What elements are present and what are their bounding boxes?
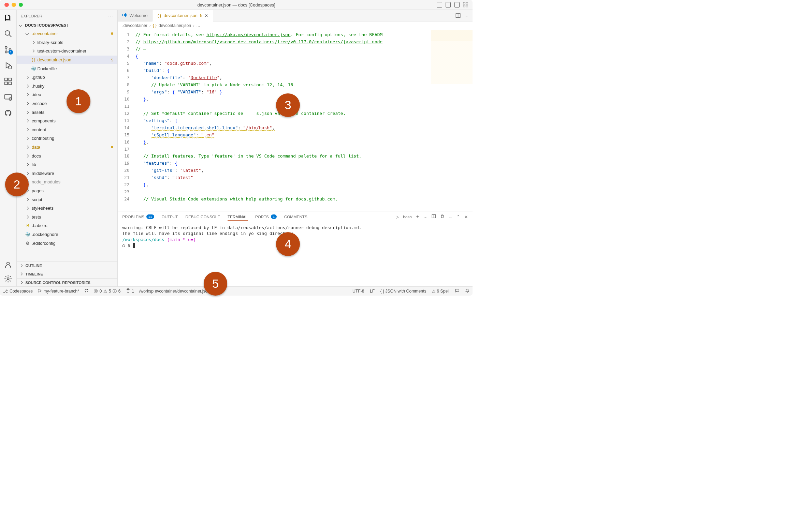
split-terminal-icon[interactable] [432,214,436,219]
file-path-status[interactable]: /worksp evcontainer/devcontainer.json [139,289,210,294]
sync-status[interactable] [84,288,89,294]
file-label: .babelrc [32,223,47,228]
line-numbers: 123456789101112131415161718192021222324 [118,30,135,211]
new-terminal-icon[interactable]: + [416,213,420,220]
layout-sidebar-right-icon[interactable] [454,2,460,7]
code-editor[interactable]: // For format details, see https://aka.m… [135,30,473,211]
breadcrumb-item[interactable]: .devcontainer [122,23,147,28]
file-tree-item[interactable]: ⚙.editorconfig [17,239,117,248]
close-tab-icon[interactable]: ✕ [205,13,208,18]
breadcrumb-item[interactable]: ... [197,23,200,28]
file-tree-item[interactable]: 🐳Dockerfile [17,64,117,73]
eol-status[interactable]: LF [370,289,375,294]
search-icon[interactable] [4,30,12,38]
encoding-status[interactable]: UTF-8 [352,289,364,294]
tab-modified-badge: 5 [200,13,202,18]
sidebar-panel-header[interactable]: TIMELINE [17,270,117,278]
editor-tab[interactable]: { }devcontainer.json5✕ [153,10,213,21]
file-tree-item[interactable]: components [17,117,117,125]
ports-tab[interactable]: PORTS 1 [255,214,277,219]
window-maximize-button[interactable] [19,3,23,7]
output-tab[interactable]: OUTPUT [162,214,178,219]
workspace-name: DOCS [CODESPACES] [25,23,68,27]
file-tree-item[interactable]: script [17,195,117,204]
account-icon[interactable] [4,261,12,269]
terminal-launch-icon[interactable]: ▷ [396,214,399,219]
maximize-panel-icon[interactable]: ⌃ [456,214,460,219]
github-icon[interactable] [4,109,12,117]
terminal-dropdown-icon[interactable]: ⌄ [424,214,427,219]
file-tree-item[interactable]: data [17,143,117,152]
workspace-header[interactable]: DOCS [CODESPACES] [17,22,117,29]
git-branch-status[interactable]: my-feature-branch* [38,289,79,294]
kill-terminal-icon[interactable] [440,214,445,219]
feedback-icon[interactable] [455,288,460,294]
source-control-icon[interactable]: 1 [4,46,12,54]
sidebar-panel-header[interactable]: SOURCE CONTROL REPOSITORIES [17,278,117,287]
radio-tower-icon [126,288,130,294]
diagnostics-status[interactable]: ⓧ0 ⚠5 ⓘ6 [94,288,121,294]
breadcrumb-item[interactable]: devcontainer.json [159,23,191,28]
file-tree-item[interactable]: pages [17,186,117,195]
problems-tab[interactable]: PROBLEMS 11 [122,214,154,219]
language-status[interactable]: { } JSON with Comments [380,289,426,294]
file-tree-item[interactable]: .husky [17,82,117,91]
notifications-icon[interactable] [465,288,469,294]
terminal-tab[interactable]: TERMINAL [228,214,248,220]
annotation-callout-2: 2 [5,173,29,196]
file-tree-item[interactable]: .devcontainer [17,29,117,38]
settings-gear-icon[interactable] [4,275,12,283]
remote-icon[interactable] [4,93,12,101]
file-label: middleware [32,171,54,176]
explorer-more-icon[interactable]: ··· [108,13,113,18]
explorer-icon[interactable] [4,14,12,22]
file-tree-item[interactable]: content [17,125,117,134]
comments-tab[interactable]: COMMENTS [284,214,307,219]
close-panel-icon[interactable]: ✕ [464,214,468,219]
file-tree-item[interactable]: contributing [17,134,117,143]
file-tree-item[interactable]: 🐳.dockerignore [17,230,117,239]
layout-sidebar-left-icon[interactable] [437,2,442,7]
terminal-output[interactable]: warning: CRLF will be replaced by LF in … [118,222,473,287]
breadcrumb[interactable]: .devcontainer › { } devcontainer.json › … [118,21,473,30]
editor-tab-bar: Welcome{ }devcontainer.json5✕ ··· [118,10,473,21]
svg-rect-3 [466,5,468,7]
terminal-shell-label[interactable]: bash [403,214,412,219]
file-tree-item[interactable]: node_modules [17,178,117,186]
file-tree-item[interactable]: test-custom-devcontainer [17,47,117,56]
file-tree-item[interactable]: { }devcontainer.json5 [17,56,117,64]
debug-icon[interactable] [4,61,12,69]
file-tree-item[interactable]: docs [17,151,117,160]
file-tree-item[interactable]: library-scripts [17,38,117,47]
svg-rect-2 [463,5,465,7]
port-forward-status[interactable]: 1 [126,288,134,294]
extensions-icon[interactable] [4,77,12,85]
codespaces-status[interactable]: ⎇ Codespaces [3,289,33,294]
file-tree-item[interactable]: B.babelrc [17,221,117,230]
layout-panel-icon[interactable] [446,2,451,7]
tab-more-icon[interactable]: ··· [464,13,469,18]
minimap[interactable] [431,30,473,211]
svg-point-7 [5,51,7,53]
spell-status[interactable]: ⚠ 6 Spell [432,289,450,294]
file-tree-item[interactable]: .github [17,73,117,82]
file-label: contributing [32,136,54,141]
file-label: .github [32,75,45,80]
file-tree-item[interactable]: lib [17,160,117,169]
panel-more-icon[interactable]: ··· [449,214,452,219]
folder-icon [25,163,30,166]
file-tree-item[interactable]: assets [17,108,117,117]
editor-tab[interactable]: Welcome [118,10,153,21]
sidebar-panel-header[interactable]: OUTLINE [17,262,117,270]
svg-point-25 [41,290,41,290]
split-editor-icon[interactable] [455,13,461,18]
window-minimize-button[interactable] [12,3,16,7]
layout-grid-icon[interactable] [463,2,468,7]
file-tree-item[interactable]: tests [17,212,117,221]
window-close-button[interactable] [4,3,9,7]
file-tree-item[interactable]: stylesheets [17,204,117,213]
file-label: components [32,118,56,123]
debug-console-tab[interactable]: DEBUG CONSOLE [186,214,220,219]
annotation-callout-5: 5 [204,272,228,296]
file-tree-item[interactable]: middleware [17,169,117,178]
